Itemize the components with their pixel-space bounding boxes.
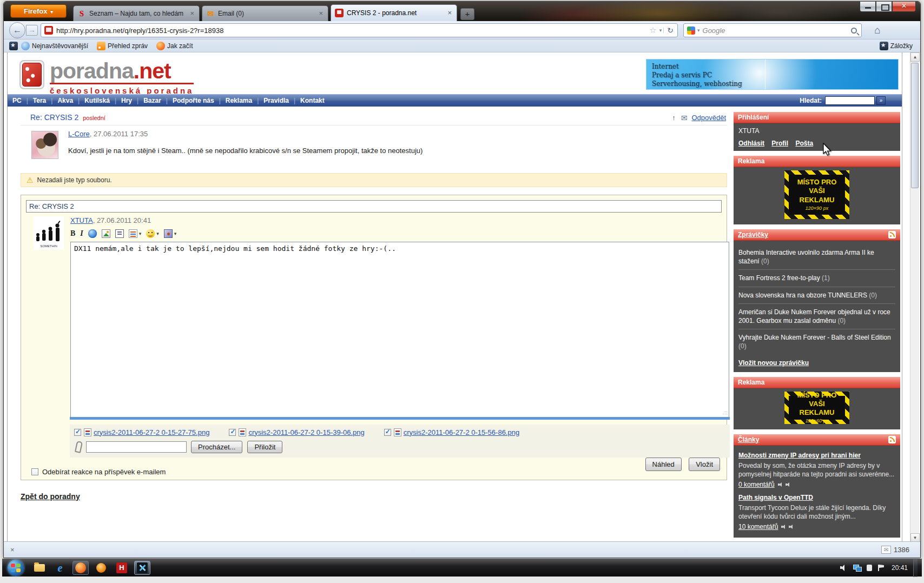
nav-item-bazar[interactable]: Bazar: [138, 97, 166, 104]
subject-input[interactable]: [26, 200, 722, 213]
site-search-input[interactable]: [825, 96, 875, 105]
article-comments-link[interactable]: 10 komentářů: [738, 523, 778, 531]
orange-app-taskbar-icon[interactable]: [93, 561, 109, 575]
nav-item-akva[interactable]: Akva: [52, 97, 78, 104]
attachment-link[interactable]: crysis2-2011-06-27-2 0-15-56-86.png: [404, 428, 519, 436]
news-item[interactable]: Nova slovenska hra na obzore TUNNELERS (…: [738, 287, 895, 303]
mail-notifier-icon[interactable]: ✉: [881, 546, 891, 554]
ad-placeholder-120x60[interactable]: MÍSTO PRO VAŠI REKLAMU 120×60 px: [784, 392, 849, 424]
news-item[interactable]: Američan si Duke Nukem Forever objednal …: [738, 303, 895, 329]
nav-item-kontakt[interactable]: Kontakt: [295, 97, 329, 104]
internet-explorer-taskbar-icon[interactable]: e: [52, 561, 68, 575]
home-button[interactable]: ⌂: [869, 23, 886, 38]
tab-email[interactable]: ✉ Email (0) ×: [202, 5, 328, 21]
scrollbar-thumb[interactable]: [911, 63, 919, 188]
attach-button[interactable]: Přiložit: [247, 441, 282, 453]
volume-icon[interactable]: [840, 565, 848, 571]
preview-button[interactable]: Náhled: [645, 458, 682, 471]
nav-item-podporte[interactable]: Podpořte nás: [168, 97, 219, 104]
bold-button[interactable]: B: [70, 229, 75, 238]
bookmarks-star-icon[interactable]: [9, 42, 18, 50]
bookmark-item-most-visited[interactable]: Nejnavštěvovanější: [32, 42, 88, 50]
explorer-taskbar-icon[interactable]: [31, 561, 48, 575]
tab-close-icon[interactable]: ×: [318, 10, 324, 17]
site-logo[interactable]: poradna.net československá poradna: [19, 60, 194, 95]
news-item[interactable]: Vyhrajte Duke Nukem Forever - Balls of S…: [738, 329, 895, 354]
nav-item-pc[interactable]: PC: [8, 97, 27, 104]
minimize-button[interactable]: [860, 2, 876, 12]
scroll-up-button[interactable]: ▲: [910, 52, 920, 62]
search-icon[interactable]: [851, 28, 857, 34]
article-comments-link[interactable]: 0 komentářů: [738, 481, 775, 488]
site-search-go-button[interactable]: »: [876, 96, 886, 105]
close-button[interactable]: [892, 2, 916, 12]
dark-app-taskbar-icon[interactable]: [134, 561, 150, 575]
tab-crysis-active[interactable]: CRYSIS 2 - poradna.net ×: [331, 4, 457, 21]
attachment-checkbox[interactable]: [74, 429, 81, 436]
smiley-button[interactable]: ▾: [146, 229, 159, 238]
post-author-link[interactable]: L-Core: [68, 130, 90, 138]
dice-button[interactable]: ▾: [164, 229, 177, 238]
format-button[interactable]: ▾: [129, 229, 142, 238]
subscribe-checkbox[interactable]: [31, 468, 38, 475]
tab-close-icon[interactable]: ×: [446, 10, 453, 16]
nav-item-pravidla[interactable]: Pravidla: [259, 97, 294, 104]
forward-button[interactable]: →: [26, 25, 38, 36]
scroll-top-icon[interactable]: ↑: [672, 114, 676, 122]
search-box[interactable]: ▾ Google: [683, 23, 862, 37]
submit-button[interactable]: Vložit: [689, 458, 720, 471]
reply-mail-icon[interactable]: ✉: [681, 114, 688, 122]
italic-button[interactable]: I: [80, 229, 83, 238]
logout-link[interactable]: Odhlásit: [738, 140, 764, 147]
bookmark-item-news[interactable]: Přehled zpráv: [108, 42, 148, 50]
firefox-menu-button[interactable]: Firefox▾: [10, 4, 67, 18]
back-button[interactable]: ←: [9, 22, 25, 38]
search-placeholder[interactable]: Google: [703, 27, 851, 35]
action-center-flag-icon[interactable]: [877, 565, 884, 571]
windows-start-button[interactable]: [8, 560, 24, 576]
bookmark-item-getting-started[interactable]: Jak začít: [167, 42, 193, 50]
form-author-link[interactable]: XTUTA: [70, 216, 93, 224]
new-tab-button[interactable]: +: [460, 8, 474, 20]
image-button[interactable]: [102, 229, 110, 238]
news-header[interactable]: Zprávičky: [734, 229, 900, 241]
news-item[interactable]: Bohemia Interactive uvolnilo zdarma Arma…: [738, 244, 895, 269]
add-news-link[interactable]: Vložit novou zprávičku: [738, 355, 895, 368]
nav-item-reklama[interactable]: Reklama: [221, 97, 257, 104]
mail-link[interactable]: Pošta: [795, 140, 813, 147]
nav-item-hry[interactable]: Hry: [116, 97, 137, 104]
nav-item-kutilska[interactable]: Kutilská: [80, 97, 115, 104]
search-engine-dropdown-icon[interactable]: ▾: [697, 28, 700, 33]
url-bar[interactable]: http://hry.poradna.net/q/reply/16351-cry…: [41, 23, 678, 37]
tab-seznam[interactable]: S Seznam – Najdu tam, co hledám ×: [73, 5, 200, 21]
article-link[interactable]: Možnosti zmeny IP adresy pri hrani hier: [738, 449, 895, 459]
url-text[interactable]: http://hry.poradna.net/q/reply/16351-cry…: [56, 27, 648, 35]
resize-grip[interactable]: .::: [722, 410, 728, 415]
back-to-forum-link[interactable]: Zpět do poradny: [21, 492, 80, 501]
url-dropdown-icon[interactable]: ▾: [658, 28, 664, 33]
rss-icon[interactable]: [888, 436, 896, 443]
article-link[interactable]: Path signals v OpenTTD: [738, 492, 895, 501]
findbar-close-button[interactable]: ×: [10, 546, 15, 554]
quote-button[interactable]: [115, 229, 124, 238]
link-button[interactable]: [88, 229, 97, 238]
power-plug-icon[interactable]: [867, 565, 872, 571]
attachment-checkbox[interactable]: [229, 429, 236, 436]
reply-link[interactable]: Odpovědět: [691, 114, 726, 122]
rss-icon[interactable]: [888, 231, 896, 239]
xtuta-avatar[interactable]: SOMETHIN: [34, 216, 64, 250]
maximize-button[interactable]: [876, 2, 892, 12]
attachment-link[interactable]: crysis2-2011-06-27-2 0-15-39-06.png: [248, 428, 364, 436]
attachment-link[interactable]: crysis2-2011-06-27-2 0-15-27-75.png: [94, 428, 209, 436]
page-scrollbar[interactable]: ▲ ▼: [910, 52, 919, 542]
header-ad-banner[interactable]: Internet Predaj a servis PC Serverhousin…: [646, 59, 899, 90]
reload-icon[interactable]: ↻: [665, 26, 675, 35]
browse-button[interactable]: Procházet...: [191, 441, 242, 453]
ad-placeholder-120x90[interactable]: MÍSTO PRO VAŠI REKLAMU 120×90 px: [784, 170, 849, 219]
message-textarea[interactable]: DX11 nemám,ale i tak je to lepší,nejdou …: [70, 242, 729, 417]
l-core-avatar[interactable]: [31, 131, 58, 159]
show-desktop-button[interactable]: [913, 559, 918, 577]
attachment-checkbox[interactable]: [384, 429, 391, 436]
news-item[interactable]: Team Fortress 2 free-to-play (1): [738, 269, 895, 286]
tab-close-icon[interactable]: ×: [189, 10, 195, 17]
